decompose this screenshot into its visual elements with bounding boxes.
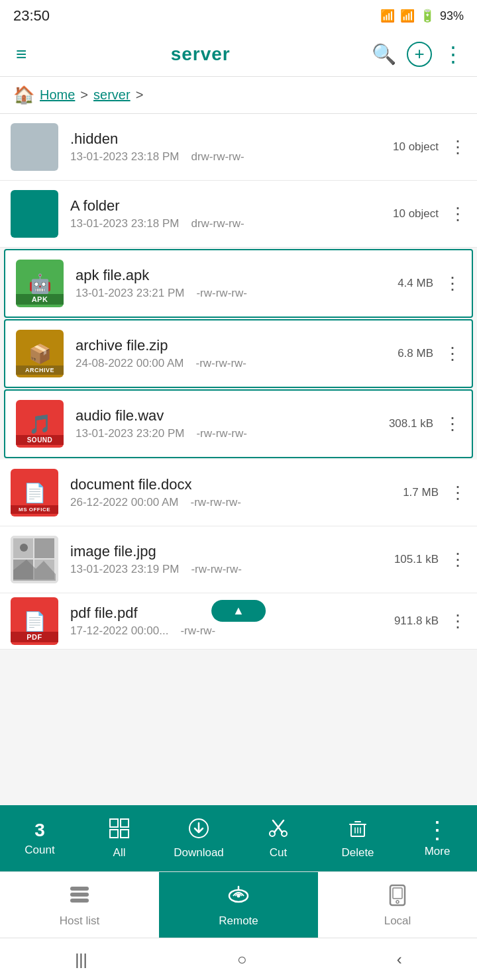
download-button[interactable]: Download [159, 812, 238, 865]
file-icon-afolder [11, 190, 58, 238]
file-permissions: drw-rw-rw- [191, 217, 244, 230]
cut-button[interactable]: Cut [238, 812, 318, 865]
delete-button[interactable]: Delete [318, 812, 398, 865]
svg-rect-14 [70, 887, 89, 891]
download-icon [188, 818, 209, 844]
svg-point-11 [270, 831, 275, 836]
file-more-icon[interactable]: ⋮ [439, 411, 461, 437]
list-item[interactable]: 📦 ARCHIVE archive file.zip 24-08-2022 00… [4, 319, 473, 388]
svg-point-12 [282, 831, 287, 836]
file-meta: 26-12-2022 00:00 AM -rw-rw-rw- [70, 496, 403, 509]
file-size: 6.8 MB [398, 347, 433, 360]
file-more-icon[interactable]: ⋮ [444, 201, 466, 227]
file-more-icon[interactable]: ⋮ [444, 547, 466, 573]
app-bar: ≡ server 🔍 + ⋮ [0, 32, 477, 77]
menu-icon[interactable]: ≡ [11, 38, 32, 70]
list-item[interactable]: 🤖 APK apk file.apk 13-01-2023 23:21 PM -… [4, 249, 473, 318]
delete-icon [347, 818, 368, 844]
file-date: 26-12-2022 00:00 AM [70, 496, 179, 509]
file-size: 105.1 kB [394, 553, 439, 566]
file-date: 13-01-2023 23:18 PM [70, 217, 179, 230]
more-icon: ⋮ [425, 818, 450, 842]
file-size: 10 object [393, 140, 439, 154]
add-icon[interactable]: + [407, 42, 432, 67]
local-label: Local [384, 914, 411, 928]
file-more-icon[interactable]: ⋮ [439, 271, 461, 297]
list-item[interactable]: A folder 13-01-2023 23:18 PM drw-rw-rw- … [0, 181, 477, 248]
svg-point-5 [20, 544, 28, 552]
file-info: image file.jpg 13-01-2023 23:19 PM -rw-r… [70, 543, 394, 576]
home-icon[interactable]: 🏠 [13, 85, 34, 105]
file-name: audio file.wav [76, 407, 389, 424]
nav-host-list[interactable]: Host list [0, 872, 159, 938]
remote-icon [227, 883, 250, 912]
file-name: image file.jpg [70, 543, 394, 560]
bottom-nav: Host list Remote Local [0, 871, 477, 938]
file-more-icon[interactable]: ⋮ [444, 480, 466, 506]
file-more-icon[interactable]: ⋮ [439, 341, 461, 367]
file-permissions: drw-rw-rw- [191, 150, 244, 164]
breadcrumb-sep1: > [80, 87, 88, 103]
file-name: A folder [70, 197, 393, 215]
svg-rect-20 [393, 888, 402, 899]
nav-menu-btn[interactable]: ||| [59, 945, 103, 974]
file-permissions: -rw-rw-rw- [191, 563, 241, 576]
file-icon-pdf: 📄 PDF [11, 597, 58, 645]
wifi-icon: 📶 [380, 9, 395, 23]
file-more-icon[interactable]: ⋮ [444, 134, 466, 160]
search-icon[interactable]: 🔍 [369, 40, 399, 68]
file-more-icon[interactable]: ⋮ [444, 609, 466, 634]
file-icon-audio: 🎵 SOUND [16, 400, 64, 448]
list-item[interactable]: image file.jpg 13-01-2023 23:19 PM -rw-r… [0, 526, 477, 593]
file-permissions: -rw-rw-rw- [196, 427, 246, 440]
file-name: archive file.zip [76, 337, 398, 354]
status-time: 23:50 [13, 7, 50, 24]
svg-rect-6 [110, 819, 118, 827]
file-info: apk file.apk 13-01-2023 23:21 PM -rw-rw-… [76, 267, 398, 300]
nav-local[interactable]: Local [318, 872, 477, 938]
count-label: Count [25, 844, 54, 857]
file-date: 13-01-2023 23:21 PM [76, 287, 184, 300]
file-info: A folder 13-01-2023 23:18 PM drw-rw-rw- [70, 197, 393, 230]
battery-percent: 93% [440, 9, 464, 23]
svg-rect-8 [110, 830, 118, 838]
more-menu-icon[interactable]: ⋮ [440, 39, 466, 70]
svg-rect-15 [70, 893, 89, 897]
file-meta: 13-01-2023 23:19 PM -rw-rw-rw- [70, 563, 394, 576]
list-item[interactable]: .hidden 13-01-2023 23:18 PM drw-rw-rw- 1… [0, 114, 477, 181]
file-info: .hidden 13-01-2023 23:18 PM drw-rw-rw- [70, 130, 393, 164]
file-meta: 17-12-2022 00:00... -rw-rw- [70, 624, 394, 638]
breadcrumb-server[interactable]: server [93, 87, 131, 103]
file-meta: 13-01-2023 23:20 PM -rw-rw-rw- [76, 427, 389, 440]
breadcrumb-home[interactable]: Home [40, 87, 75, 103]
file-icon-apk: 🤖 APK [16, 260, 64, 307]
file-permissions: -rw-rw-rw- [196, 287, 246, 300]
file-size: 911.8 kB [394, 614, 439, 628]
svg-point-21 [396, 901, 399, 903]
file-size: 4.4 MB [398, 277, 433, 290]
list-item[interactable]: 📄 PDF pdf file.pdf 17-12-2022 00:00... -… [0, 593, 477, 650]
all-button[interactable]: All [80, 812, 159, 865]
list-item[interactable]: 📄 MS OFFICE document file.docx 26-12-202… [0, 460, 477, 526]
delete-label: Delete [341, 846, 374, 859]
count-button[interactable]: 3 Count [0, 814, 80, 862]
file-name: document file.docx [70, 476, 403, 493]
file-meta: 13-01-2023 23:18 PM drw-rw-rw- [70, 150, 393, 164]
nav-home-btn[interactable]: ○ [221, 945, 263, 974]
list-item[interactable]: 🎵 SOUND audio file.wav 13-01-2023 23:20 … [4, 389, 473, 458]
svg-point-18 [237, 894, 240, 897]
breadcrumb: 🏠 Home > server > [0, 77, 477, 114]
nav-back-btn[interactable]: ‹ [381, 945, 418, 974]
file-date: 17-12-2022 00:00... [70, 624, 168, 638]
breadcrumb-sep2: > [136, 87, 144, 103]
file-size: 1.7 MB [403, 486, 439, 499]
more-button[interactable]: ⋮ More [398, 813, 477, 863]
file-size: 10 object [393, 207, 439, 220]
nav-remote[interactable]: Remote [159, 872, 318, 938]
file-icon-docx: 📄 MS OFFICE [11, 469, 58, 516]
file-icon-hidden [11, 123, 58, 171]
app-title: server [32, 44, 369, 65]
local-icon [386, 883, 409, 912]
file-size: 308.1 kB [389, 417, 433, 430]
scroll-up-tip[interactable]: ▲ [211, 600, 266, 622]
